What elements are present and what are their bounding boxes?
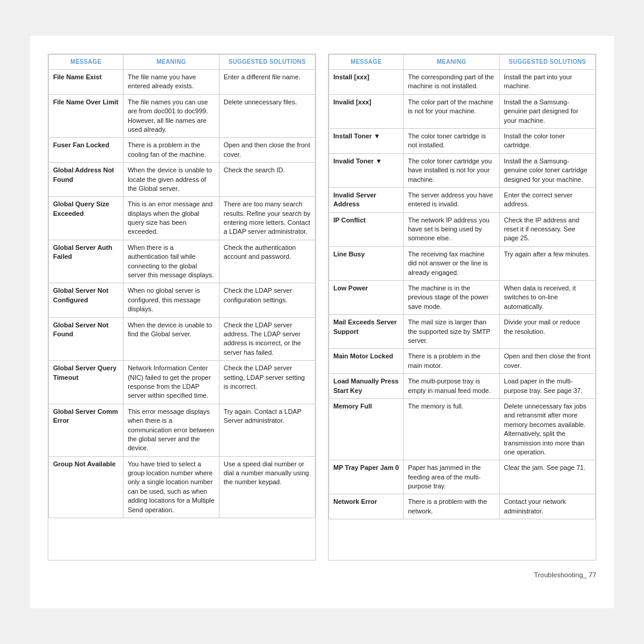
right-solution-0: Install the part into your machine.: [500, 70, 596, 95]
left-msg-7: Global Server Not Found: [49, 317, 123, 361]
left-solution-10: Use a speed dial number or dial a number…: [219, 456, 315, 518]
right-table-row: Memory Full The memory is full. Delete u…: [329, 398, 596, 460]
left-msg-10: Group Not Available: [49, 456, 123, 518]
right-header-meaning: Meaning: [404, 55, 500, 70]
footer: Troubleshooting_ 77: [48, 571, 596, 578]
left-table-row: Global Address Not Found When the device…: [49, 163, 315, 197]
left-solution-0: Enter a different file name.: [219, 70, 315, 95]
right-table-row: Invalid [xxx] The color part of the mach…: [329, 94, 596, 128]
tables-row: Message Meaning Suggested Solutions File…: [48, 54, 596, 561]
left-meaning-9: This error message displays when there i…: [123, 404, 219, 456]
right-solution-4: Enter the correct server address.: [500, 187, 596, 212]
right-msg-2: Install Toner ▼: [329, 128, 404, 153]
right-msg-8: Mail Exceeds Server Support: [329, 315, 404, 349]
right-table-row: Mail Exceeds Server Support The mail siz…: [329, 315, 596, 349]
right-meaning-6: The receiving fax machine did not answer…: [404, 246, 500, 280]
right-solution-1: Install the a Samsung-genuine part desig…: [500, 94, 596, 128]
left-meaning-10: You have tried to select a group locatio…: [123, 456, 219, 518]
left-msg-3: Global Address Not Found: [49, 163, 123, 197]
right-table-row: Invalid Server Address The server addres…: [329, 187, 596, 212]
left-meaning-7: When the device is unable to find the Gl…: [123, 317, 219, 361]
page: Message Meaning Suggested Solutions File…: [30, 36, 614, 608]
left-solution-9: Try again. Contact a LDAP Server adminis…: [219, 404, 315, 456]
right-meaning-2: The color toner cartridge is not install…: [404, 128, 500, 153]
right-table: Message Meaning Suggested Solutions Inst…: [329, 54, 596, 519]
left-table-row: Group Not Available You have tried to se…: [49, 456, 315, 518]
left-msg-0: File Name Exist: [49, 70, 123, 95]
right-meaning-3: The color toner cartridge you have insta…: [404, 153, 500, 187]
right-table-row: Low Power The machine is in the previous…: [329, 281, 596, 315]
left-meaning-6: When no global server is configured, thi…: [123, 283, 219, 317]
right-msg-12: MP Tray Paper Jam 0: [329, 460, 404, 494]
left-solution-7: Check the LDAP server address. The LDAP …: [219, 317, 315, 361]
left-msg-5: Global Server Auth Failed: [49, 240, 123, 283]
left-table-row: Global Server Auth Failed When there is …: [49, 240, 315, 283]
left-meaning-3: When the device is unable to locate the …: [123, 163, 219, 197]
right-solution-6: Try again after a few minutes.: [500, 246, 596, 280]
right-msg-4: Invalid Server Address: [329, 187, 404, 212]
left-table: Message Meaning Suggested Solutions File…: [48, 54, 315, 518]
right-table-row: Load Manually Press Start Key The multi-…: [329, 374, 596, 399]
right-msg-11: Memory Full: [329, 398, 404, 460]
left-meaning-8: Network Information Center (NIC) failed …: [123, 361, 219, 404]
left-table-row: File Name Over Limit The file names you …: [49, 94, 315, 138]
left-solution-8: Check the LDAP server setting, LDAP serv…: [219, 361, 315, 404]
left-meaning-5: When there is a authentication fail whil…: [123, 240, 219, 283]
right-solution-3: Install the a Samsung-genuine color tone…: [500, 153, 596, 187]
footer-text: Troubleshooting_ 77: [534, 571, 596, 578]
right-solution-2: Install the color toner cartridge.: [500, 128, 596, 153]
right-msg-7: Low Power: [329, 281, 404, 315]
right-solution-10: Load paper in the multi-purpose tray. Se…: [500, 374, 596, 399]
left-meaning-0: The file name you have entered already e…: [123, 70, 219, 95]
right-table-row: Install [xxx] The corresponding part of …: [329, 70, 596, 95]
left-solution-1: Delete unnecessary files.: [219, 94, 315, 138]
right-meaning-0: The corresponding part of the machine is…: [404, 70, 500, 95]
left-header-meaning: Meaning: [123, 55, 219, 70]
left-msg-9: Global Server Comm Error: [49, 404, 123, 456]
left-solution-4: There are too many search results. Refin…: [219, 197, 315, 240]
right-meaning-12: Paper has jammed in the feeding area of …: [404, 460, 500, 494]
right-solution-12: Clear the jam. See page 71.: [500, 460, 596, 494]
left-solution-3: Check the search ID.: [219, 163, 315, 197]
left-header-solutions: Suggested Solutions: [219, 55, 315, 70]
right-header-solutions: Suggested Solutions: [500, 55, 596, 70]
right-solution-8: Divide your mail or reduce the resolutio…: [500, 315, 596, 349]
left-msg-1: File Name Over Limit: [49, 94, 123, 138]
left-meaning-1: The file names you can use are from doc0…: [123, 94, 219, 138]
left-meaning-4: This is an error message and displays wh…: [123, 197, 219, 240]
left-solution-6: Check the LDAP server configuration sett…: [219, 283, 315, 317]
right-meaning-9: There is a problem in the main motor.: [404, 349, 500, 374]
left-table-row: Global Server Not Found When the device …: [49, 317, 315, 361]
right-solution-7: When data is received, it switches to on…: [500, 281, 596, 315]
right-msg-3: Invalid Toner ▼: [329, 153, 404, 187]
left-solution-5: Check the authentication account and pas…: [219, 240, 315, 283]
right-table-row: Install Toner ▼ The color toner cartridg…: [329, 128, 596, 153]
right-table-row: Invalid Toner ▼ The color toner cartridg…: [329, 153, 596, 187]
right-msg-5: IP Conflict: [329, 212, 404, 246]
right-msg-0: Install [xxx]: [329, 70, 404, 95]
right-table-row: Network Error There is a problem with th…: [329, 494, 596, 519]
left-solution-2: Open and then close the front cover.: [219, 138, 315, 163]
right-meaning-10: The multi-purpose tray is empty in manua…: [404, 374, 500, 399]
left-table-row: Global Server Not Configured When no glo…: [49, 283, 315, 317]
right-table-row: Main Motor Locked There is a problem in …: [329, 349, 596, 374]
left-meaning-2: There is a problem in the cooling fan of…: [123, 138, 219, 163]
right-table-wrap: Message Meaning Suggested Solutions Inst…: [328, 54, 596, 561]
left-table-row: File Name Exist The file name you have e…: [49, 70, 315, 95]
left-msg-4: Global Query Size Exceeded: [49, 197, 123, 240]
right-msg-13: Network Error: [329, 494, 404, 519]
right-table-row: Line Busy The receiving fax machine did …: [329, 246, 596, 280]
right-solution-9: Open and then close the front cover.: [500, 349, 596, 374]
right-header-message: Message: [329, 55, 404, 70]
right-meaning-11: The memory is full.: [404, 398, 500, 460]
right-table-row: IP Conflict The network IP address you h…: [329, 212, 596, 246]
left-table-row: Global Query Size Exceeded This is an er…: [49, 197, 315, 240]
left-msg-6: Global Server Not Configured: [49, 283, 123, 317]
right-meaning-7: The machine is in the previous stage of …: [404, 281, 500, 315]
left-msg-8: Global Server Query Timeout: [49, 361, 123, 404]
left-table-row: Fuser Fan Locked There is a problem in t…: [49, 138, 315, 163]
right-solution-5: Check the IP address and reset it if nec…: [500, 212, 596, 246]
left-header-message: Message: [49, 55, 123, 70]
right-meaning-5: The network IP address you have set is b…: [404, 212, 500, 246]
right-msg-6: Line Busy: [329, 246, 404, 280]
